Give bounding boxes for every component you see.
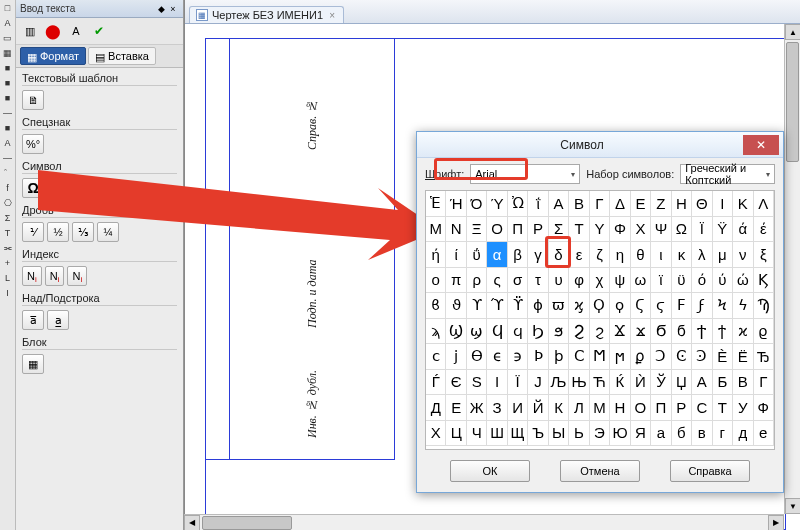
symbol-cell[interactable]: Θ [692,191,712,217]
symbol-cell[interactable]: Σ [549,217,569,243]
symbol-cell[interactable]: Е [446,395,466,421]
symbol-cell[interactable]: Ћ [590,370,610,396]
symbol-cell[interactable]: в [692,421,712,447]
symbol-cell[interactable]: Ш [487,421,507,447]
symbol-cell[interactable]: λ [692,242,712,268]
index-btn-3[interactable]: Ni [67,266,87,286]
symbol-cell[interactable]: Ϙ [590,293,610,319]
symbol-cell[interactable]: У [733,395,753,421]
symbol-cell[interactable]: Н [610,395,630,421]
vstrip-icon-4[interactable]: ■ [2,62,14,74]
symbol-cell[interactable]: Є [446,370,466,396]
symbol-cell[interactable]: ω [631,268,651,294]
symbol-cell[interactable]: Д [426,395,446,421]
vstrip-icon-18[interactable]: L [2,272,14,284]
symbol-cell[interactable]: П [651,395,671,421]
symbol-cell[interactable]: κ [672,242,692,268]
symbol-cell[interactable]: ά [733,217,753,243]
symbol-cell[interactable]: ϖ [549,293,569,319]
symbol-cell[interactable]: ρ [467,268,487,294]
vertical-scrollbar[interactable]: ▲ ▼ [784,24,800,514]
symbol-cell[interactable]: Ϸ [528,344,548,370]
symbol-cell[interactable]: υ [549,268,569,294]
symbol-cell[interactable]: Ѐ [713,344,733,370]
symbol-cell[interactable]: ϯ [713,319,733,345]
special-btn[interactable]: %° [22,134,44,154]
symbol-cell[interactable]: г [713,421,733,447]
symbol-cell[interactable]: Π [508,217,528,243]
symbol-cell[interactable]: ή [426,242,446,268]
symbol-cell[interactable]: θ [631,242,651,268]
symbol-cell[interactable]: Λ [754,191,774,217]
symbol-cell[interactable]: ϱ [754,319,774,345]
symbol-cell[interactable]: Щ [508,421,528,447]
symbol-cell[interactable]: μ [713,242,733,268]
symbol-cell[interactable]: Ͽ [692,344,712,370]
vstrip-icon-11[interactable]: ꛰ [2,167,14,179]
symbol-cell[interactable]: ϐ [426,293,446,319]
symbol-cell[interactable]: ϲ [426,344,446,370]
symbol-cell[interactable]: ϫ [631,319,651,345]
symbol-cell[interactable]: Ч [467,421,487,447]
close-icon[interactable]: × [167,3,179,15]
symbol-cell[interactable]: γ [528,242,548,268]
vstrip-icon-3[interactable]: ▦ [2,47,14,59]
symbol-cell[interactable]: Ђ [754,344,774,370]
symbol-cell[interactable]: е [754,421,774,447]
tool-doc-icon[interactable]: ▥ [20,21,40,41]
symbol-cell[interactable]: ΐ [528,191,548,217]
symbol-cell[interactable]: Ь [569,421,589,447]
symbol-cell[interactable]: Υ [590,217,610,243]
symbol-cell[interactable]: Τ [569,217,589,243]
symbol-cell[interactable]: М [590,395,610,421]
symbol-cell[interactable]: З [487,395,507,421]
symbol-cell[interactable]: Ѝ [631,370,651,396]
symbol-cell[interactable]: Э [590,421,610,447]
symbol-cell[interactable]: Β [569,191,589,217]
symbol-cell[interactable]: Ϩ [569,319,589,345]
fraction-btn-3[interactable]: ⅓ [72,222,94,242]
symbol-cell[interactable]: а [651,421,671,447]
symbol-cell[interactable]: β [508,242,528,268]
symbol-cell[interactable]: Ὠ [508,191,528,217]
tool-text-icon[interactable]: A [66,21,86,41]
symbol-cell[interactable]: Κ [733,191,753,217]
symbol-cell[interactable]: Ѕ [467,370,487,396]
help-button[interactable]: Справка [670,460,750,482]
symbol-cell[interactable]: ϗ [569,293,589,319]
symbol-cell[interactable]: Т [713,395,733,421]
symbol-cell[interactable]: Ϟ [713,293,733,319]
symbol-cell[interactable]: ϥ [508,319,528,345]
symbol-cell[interactable]: Μ [426,217,446,243]
symbol-cell[interactable]: Ό [467,191,487,217]
symbol-cell[interactable]: Ζ [651,191,671,217]
symbol-cell[interactable]: ξ [754,242,774,268]
symbol-cell[interactable]: Г [754,370,774,396]
symbol-cell[interactable]: Ρ [528,217,548,243]
symbol-cell[interactable]: Ю [610,421,630,447]
symbol-cell[interactable]: ί [446,242,466,268]
symbol-cell[interactable]: η [610,242,630,268]
symbol-cell[interactable]: Γ [590,191,610,217]
symbol-cell[interactable]: ψ [610,268,630,294]
symbol-cell[interactable]: ϻ [610,344,630,370]
symbol-cell[interactable]: ι [651,242,671,268]
vstrip-icon-15[interactable]: T [2,227,14,239]
symbol-cell[interactable]: ϵ [487,344,507,370]
vstrip-icon-5[interactable]: ■ [2,77,14,89]
symbol-cell[interactable]: Φ [610,217,630,243]
symbol-cell[interactable]: Љ [549,370,569,396]
symbol-cell[interactable]: Ν [446,217,466,243]
symbol-cell[interactable]: Α [549,191,569,217]
symbol-cell[interactable]: ΰ [467,242,487,268]
symbol-btn[interactable]: Ω [22,178,44,198]
symbol-cell[interactable]: И [508,395,528,421]
symbol-cell[interactable]: Ϯ [692,319,712,345]
symbol-cell[interactable]: ϝ [692,293,712,319]
symbol-cell[interactable]: Ψ [651,217,671,243]
symbol-cell[interactable]: φ [569,268,589,294]
symbol-cell[interactable]: ό [692,268,712,294]
symbol-cell[interactable]: ο [426,268,446,294]
symbol-cell[interactable]: Δ [610,191,630,217]
dialog-titlebar[interactable]: Символ ✕ [417,132,783,158]
